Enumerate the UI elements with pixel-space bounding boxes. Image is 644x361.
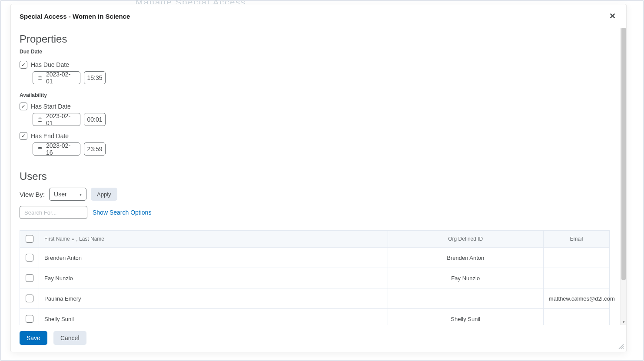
row-name: Brenden Anton	[39, 248, 388, 268]
table-row: ✓Fay NunzioFay Nunzio	[20, 268, 610, 288]
modal-title: Special Access - Women in Science	[20, 13, 130, 20]
row-name: Shelly Sunil	[39, 309, 388, 325]
scrollbar[interactable]: ▴ ▾	[620, 28, 626, 325]
row-email	[543, 248, 609, 268]
row-orgid: Brenden Anton	[388, 248, 543, 268]
due-time-value: 15:35	[87, 74, 102, 81]
row-checkbox[interactable]: ✓	[26, 274, 33, 282]
due-date-input[interactable]: 2023-02-01	[33, 71, 80, 84]
row-orgid	[388, 288, 543, 309]
end-time-value: 23:59	[87, 146, 102, 152]
has-end-date-label[interactable]: Has End Date	[31, 132, 69, 139]
row-checkbox-cell: ✓	[20, 309, 39, 325]
col-header-email[interactable]: Email	[543, 231, 609, 248]
has-start-date-label[interactable]: Has Start Date	[31, 103, 71, 110]
has-start-date-checkbox[interactable]: ✓	[20, 103, 27, 110]
row-name: Paulina Emery	[39, 288, 388, 309]
row-email	[543, 268, 609, 288]
scrollbar-thumb[interactable]	[621, 28, 626, 280]
scroll-down-icon[interactable]: ▾	[621, 319, 626, 325]
row-orgid: Fay Nunzio	[388, 268, 543, 288]
availability-label: Availability	[20, 92, 611, 98]
col-header-orgid[interactable]: Org Defined ID	[388, 231, 543, 248]
save-button[interactable]: Save	[20, 331, 47, 345]
users-table: ✓ First Name ▲ , Last Name Org Defined I…	[20, 230, 610, 325]
select-all-checkbox[interactable]: ✓	[26, 235, 33, 243]
calendar-icon	[37, 117, 43, 122]
search-input[interactable]	[24, 209, 97, 216]
row-email	[543, 309, 609, 325]
row-email: matthew.calmes@d2l.com	[543, 288, 609, 309]
has-end-date-checkbox[interactable]: ✓	[20, 132, 27, 140]
calendar-icon	[37, 75, 43, 80]
users-heading: Users	[20, 170, 611, 182]
modal-body: Properties Due Date ✓ Has Due Date 2023-…	[11, 28, 626, 325]
properties-heading: Properties	[20, 33, 611, 45]
resize-handle-icon[interactable]	[617, 343, 624, 349]
start-time-value: 00:01	[87, 116, 102, 123]
app-frame: Manage Special Access Special Access - W…	[0, 0, 644, 361]
select-all-cell: ✓	[20, 231, 39, 248]
show-search-options-link[interactable]: Show Search Options	[93, 209, 151, 216]
end-date-value: 2023-02-16	[46, 142, 76, 156]
end-date-input[interactable]: 2023-02-16	[33, 142, 80, 156]
special-access-modal: Special Access - Women in Science ✕ Prop…	[10, 4, 627, 352]
row-name: Fay Nunzio	[39, 268, 388, 288]
search-box[interactable]	[20, 206, 87, 219]
has-due-date-label[interactable]: Has Due Date	[31, 61, 69, 68]
view-by-select[interactable]: User ▾	[49, 188, 86, 201]
due-date-label: Due Date	[20, 49, 611, 55]
close-icon[interactable]: ✕	[607, 10, 617, 22]
col-header-name-prefix: First Name	[44, 236, 70, 242]
due-time-input[interactable]: 15:35	[84, 71, 106, 84]
row-orgid: Shelly Sunil	[388, 309, 543, 325]
table-row: ✓Shelly SunilShelly Sunil	[20, 309, 610, 325]
start-time-input[interactable]: 00:01	[84, 113, 106, 126]
calendar-icon	[37, 146, 43, 152]
view-by-value: User	[54, 191, 67, 198]
end-time-input[interactable]: 23:59	[84, 142, 106, 156]
start-date-value: 2023-02-01	[46, 113, 76, 126]
apply-button[interactable]: Apply	[91, 188, 117, 201]
due-date-value: 2023-02-01	[46, 71, 76, 85]
modal-header: Special Access - Women in Science ✕	[11, 4, 626, 28]
row-checkbox-cell: ✓	[20, 288, 39, 309]
svg-rect-0	[38, 76, 42, 80]
view-by-label: View By:	[20, 191, 45, 198]
modal-footer: Save Cancel	[11, 325, 626, 352]
row-checkbox-cell: ✓	[20, 268, 39, 288]
cancel-button[interactable]: Cancel	[53, 331, 86, 345]
start-date-input[interactable]: 2023-02-01	[33, 113, 80, 126]
col-header-name[interactable]: First Name ▲ , Last Name	[39, 231, 388, 248]
table-row: ✓Paulina Emerymatthew.calmes@d2l.com	[20, 288, 610, 309]
col-header-name-suffix: , Last Name	[76, 236, 104, 242]
table-row: ✓Brenden AntonBrenden Anton	[20, 248, 610, 268]
chevron-down-icon: ▾	[80, 192, 82, 197]
row-checkbox[interactable]: ✓	[26, 295, 33, 302]
row-checkbox[interactable]: ✓	[26, 315, 33, 323]
row-checkbox[interactable]: ✓	[26, 254, 33, 262]
has-due-date-checkbox[interactable]: ✓	[20, 61, 27, 69]
svg-rect-1	[38, 118, 42, 122]
row-checkbox-cell: ✓	[20, 248, 39, 268]
svg-rect-2	[38, 148, 42, 151]
modal-scroll-area: Properties Due Date ✓ Has Due Date 2023-…	[11, 28, 620, 325]
sort-asc-icon: ▲	[71, 237, 75, 241]
